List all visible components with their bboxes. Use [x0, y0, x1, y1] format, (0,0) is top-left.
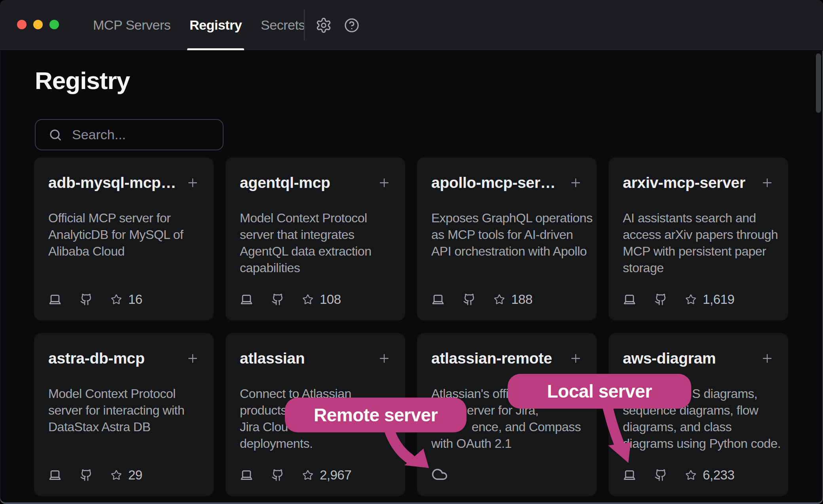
tab-label: Registry — [190, 17, 242, 33]
description-line: with OAuth 2.1 — [431, 435, 582, 452]
server-name: agentql-mcp — [240, 173, 330, 192]
card-footer: 188 — [431, 292, 533, 307]
star-count: 6,233 — [703, 468, 734, 483]
github-octocat-icon — [463, 293, 476, 306]
titlebar: MCP ServersRegistrySecrets — [0, 0, 823, 51]
star-icon — [111, 470, 122, 481]
star-count: 108 — [320, 292, 341, 307]
star-icon — [111, 294, 122, 305]
description-line: as MCP tools for AI-driven — [431, 226, 582, 243]
server-description: Official MCP server forAnalyticDB for My… — [48, 210, 199, 260]
laptop-icon — [240, 468, 253, 482]
star-count-group: 6,233 — [685, 468, 734, 483]
page-title: Registry — [35, 67, 130, 94]
description-line: capabilities — [240, 260, 391, 276]
github-octocat-icon — [80, 293, 93, 306]
add-server-button[interactable] — [760, 352, 774, 365]
star-count: 1,619 — [703, 292, 734, 307]
add-server-button[interactable] — [377, 352, 391, 365]
card-header: arxiv-mcp-server — [623, 173, 774, 192]
add-server-button[interactable] — [186, 176, 199, 189]
star-icon — [302, 294, 313, 305]
card-footer: 29 — [48, 468, 142, 483]
active-tab-underline — [187, 48, 244, 50]
close-window-icon[interactable] — [17, 20, 27, 29]
add-server-button[interactable] — [569, 352, 582, 365]
add-server-button[interactable] — [760, 176, 774, 189]
server-card-astra-db-mcp[interactable]: astra-db-mcpModel Context Protocolserver… — [34, 333, 214, 496]
description-line: storage — [623, 260, 774, 276]
github-octocat-icon — [80, 469, 93, 481]
server-name: arxiv-mcp-server — [623, 173, 745, 192]
card-footer: 6,233 — [623, 468, 734, 483]
server-name: adb-mysql-mcp… — [48, 173, 176, 192]
add-server-button[interactable] — [186, 352, 199, 365]
star-count-group: 108 — [302, 292, 341, 307]
server-card-agentql-mcp[interactable]: agentql-mcpModel Context Protocolserver … — [226, 157, 405, 320]
titlebar-divider — [304, 9, 305, 40]
local-server-callout: Local server — [508, 374, 691, 409]
star-icon — [302, 470, 313, 481]
laptop-icon — [623, 468, 636, 482]
description-line: AgentQL data extraction — [240, 243, 391, 260]
tab-mcp-servers[interactable]: MCP Servers — [93, 0, 171, 50]
laptop-icon — [623, 293, 636, 306]
star-count: 16 — [128, 292, 142, 307]
server-card-arxiv-mcp-server[interactable]: arxiv-mcp-serverAI assistants search and… — [609, 157, 788, 320]
server-name: atlassian — [240, 349, 305, 368]
server-description: Model Context Protocolserver that integr… — [240, 210, 391, 276]
card-footer: 2,967 — [240, 468, 351, 483]
star-count-group: 1,619 — [685, 292, 734, 307]
description-line: deployments. — [240, 435, 391, 452]
card-header: astra-db-mcp — [48, 349, 199, 368]
description-line: Exposes GraphQL operations — [431, 210, 582, 226]
star-count: 188 — [511, 292, 533, 307]
description-line: diagrams using Python code. — [623, 435, 774, 452]
settings-gear-icon[interactable] — [315, 17, 332, 34]
card-header: apollo-mcp-ser… — [431, 173, 582, 192]
cloud-icon — [431, 466, 448, 483]
star-count-group: 29 — [111, 468, 142, 483]
tab-label: Secrets — [261, 17, 305, 33]
server-card-aws-diagram[interactable]: aws-diagramS diagrams,sequence diagrams,… — [609, 333, 788, 496]
tab-label: MCP Servers — [93, 17, 171, 33]
search-box — [35, 119, 224, 150]
github-octocat-icon — [271, 293, 284, 306]
description-line: access arXiv papers through — [623, 226, 774, 243]
search-input[interactable] — [71, 127, 248, 143]
server-description: Model Context Protocolserver for interac… — [48, 385, 199, 435]
star-count: 29 — [128, 468, 142, 483]
card-header: aws-diagram — [623, 349, 774, 368]
zoom-window-icon[interactable] — [49, 20, 59, 29]
tab-secrets[interactable]: Secrets — [261, 0, 305, 50]
star-count-group: 188 — [494, 292, 533, 307]
description-line: diagrams, and class — [623, 419, 774, 435]
remote-server-callout: Remote server — [285, 398, 466, 432]
card-footer: 108 — [240, 292, 341, 307]
star-count-group: 16 — [111, 292, 142, 307]
description-line: server that integrates — [240, 226, 391, 243]
add-server-button[interactable] — [377, 176, 391, 189]
registry-grid: adb-mysql-mcp…Official MCP server forAna… — [34, 157, 788, 496]
server-description: Exposes GraphQL operationsas MCP tools f… — [431, 210, 582, 260]
add-server-button[interactable] — [569, 176, 582, 189]
description-line: Alibaba Cloud — [48, 243, 199, 260]
description-line: Model Context Protocol — [48, 385, 199, 402]
window-controls — [17, 20, 59, 29]
server-name: atlassian-remote — [431, 349, 552, 368]
description-line: Official MCP server for — [48, 210, 199, 226]
server-card-apollo-mcp-ser[interactable]: apollo-mcp-ser…Exposes GraphQL operation… — [417, 157, 597, 320]
minimize-window-icon[interactable] — [33, 20, 43, 29]
github-octocat-icon — [654, 293, 667, 306]
server-card-adb-mysql-mcp[interactable]: adb-mysql-mcp…Official MCP server forAna… — [34, 157, 214, 320]
card-header: agentql-mcp — [240, 173, 391, 192]
star-count: 2,967 — [320, 468, 351, 483]
card-footer: 1,619 — [623, 292, 734, 307]
tab-registry[interactable]: Registry — [190, 0, 242, 50]
star-count-group: 2,967 — [302, 468, 351, 483]
laptop-icon — [48, 293, 62, 306]
vertical-scrollbar[interactable] — [816, 53, 821, 113]
help-circle-icon[interactable] — [343, 17, 360, 34]
search-icon — [48, 128, 63, 142]
card-footer — [431, 466, 448, 483]
